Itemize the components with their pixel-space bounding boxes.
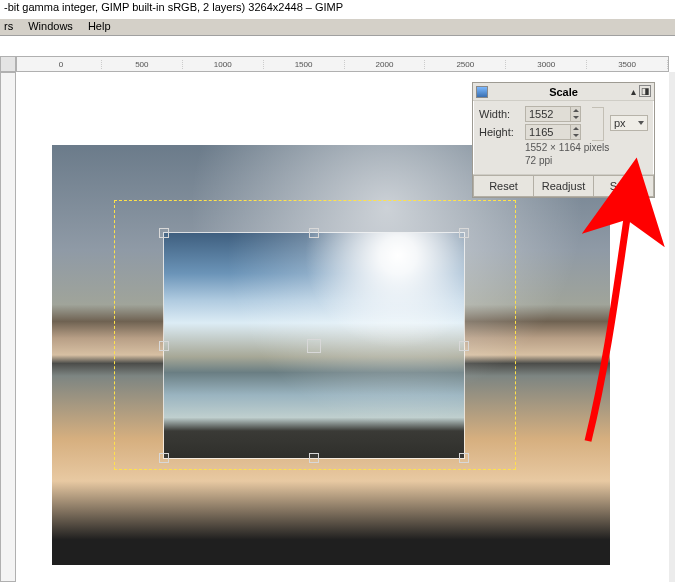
collapse-icon[interactable]: ▴ xyxy=(631,86,636,97)
ruler-tick: 2000 xyxy=(345,60,426,69)
spinner-arrows-icon[interactable] xyxy=(570,125,580,139)
ruler-tick: 0 xyxy=(21,60,102,69)
handle-top-middle[interactable] xyxy=(309,228,319,238)
dialog-body: Width: 1552 Height: 1165 xyxy=(473,101,654,170)
ruler-tick: 500 xyxy=(102,60,183,69)
handle-bottom-middle[interactable] xyxy=(309,453,319,463)
unit-value: px xyxy=(614,117,626,129)
handle-middle-left[interactable] xyxy=(159,341,169,351)
ruler-tick: 2500 xyxy=(425,60,506,69)
handle-top-right[interactable] xyxy=(459,228,469,238)
width-value: 1552 xyxy=(529,108,553,120)
detach-icon[interactable]: ◨ xyxy=(639,85,651,97)
height-value: 1165 xyxy=(529,126,553,138)
dialog-titlebar[interactable]: Scale ▴ ◨ xyxy=(473,83,654,101)
spinner-arrows-icon[interactable] xyxy=(570,107,580,121)
width-label: Width: xyxy=(479,108,525,120)
dialog-title: Scale xyxy=(549,86,578,98)
chain-link-icon[interactable] xyxy=(592,107,604,141)
ruler-tick: 3000 xyxy=(506,60,587,69)
scale-tool-icon xyxy=(476,86,488,98)
scale-dialog[interactable]: Scale ▴ ◨ Width: 1552 Height: xyxy=(472,82,655,198)
image-canvas[interactable] xyxy=(52,145,610,565)
readjust-button[interactable]: Readjust xyxy=(533,175,593,197)
ruler-horizontal[interactable]: 0 500 1000 1500 2000 2500 3000 3500 xyxy=(16,56,669,72)
reset-button[interactable]: Reset xyxy=(473,175,533,197)
height-label: Height: xyxy=(479,126,525,138)
window-title: -bit gamma integer, GIMP built-in sRGB, … xyxy=(0,0,675,18)
ruler-tick: 3500 xyxy=(587,60,668,69)
handle-bottom-left[interactable] xyxy=(159,453,169,463)
width-input[interactable]: 1552 xyxy=(525,106,581,122)
dialog-buttons: Reset Readjust Scale xyxy=(473,174,654,197)
ruler-vertical[interactable] xyxy=(0,72,16,582)
ruler-tick: 1500 xyxy=(264,60,345,69)
transform-box[interactable] xyxy=(164,233,464,458)
menu-filters-fragment[interactable]: rs xyxy=(4,20,13,32)
scale-button[interactable]: Scale xyxy=(593,175,654,197)
ruler-tick: 1000 xyxy=(183,60,264,69)
ruler-origin[interactable] xyxy=(0,56,16,72)
handle-center[interactable] xyxy=(307,339,321,353)
height-input[interactable]: 1165 xyxy=(525,124,581,140)
handle-top-left[interactable] xyxy=(159,228,169,238)
workspace: 0 500 1000 1500 2000 2500 3000 3500 xyxy=(0,36,675,582)
menu-bar: rs Windows Help xyxy=(0,18,675,36)
resolution-info: 72 ppi xyxy=(479,154,648,167)
handle-middle-right[interactable] xyxy=(459,341,469,351)
unit-select[interactable]: px xyxy=(610,115,648,131)
pixel-dimensions-info: 1552 × 1164 pixels xyxy=(479,141,648,154)
vertical-scrollbar[interactable] xyxy=(669,72,675,582)
handle-bottom-right[interactable] xyxy=(459,453,469,463)
menu-help[interactable]: Help xyxy=(88,20,111,32)
menu-windows[interactable]: Windows xyxy=(28,20,73,32)
